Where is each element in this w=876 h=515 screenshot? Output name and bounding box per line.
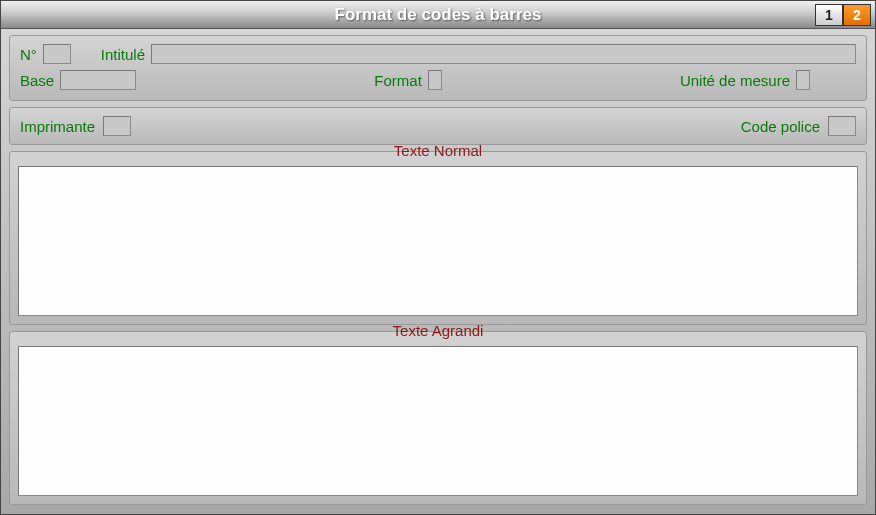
header-form-section: N° Intitulé Base Format Unité de mesure	[9, 35, 867, 101]
intitule-label: Intitulé	[101, 46, 145, 63]
texte-agrandi-legend: Texte Agrandi	[383, 322, 494, 339]
tab-switcher: 1 2	[815, 4, 871, 26]
imprimante-label: Imprimante	[20, 118, 95, 135]
codepolice-input[interactable]	[828, 116, 856, 136]
base-input[interactable]	[60, 70, 136, 90]
imprimante-input[interactable]	[103, 116, 131, 136]
format-input[interactable]	[428, 70, 442, 90]
texte-agrandi-textarea[interactable]	[18, 346, 858, 496]
titlebar: Format de codes à barres 1 2	[1, 1, 875, 29]
unite-label: Unité de mesure	[680, 72, 790, 89]
window-title: Format de codes à barres	[335, 5, 542, 25]
texte-normal-textarea[interactable]	[18, 166, 858, 316]
texte-normal-legend: Texte Normal	[384, 142, 492, 159]
base-label: Base	[20, 72, 54, 89]
texte-agrandi-fieldset: Texte Agrandi	[9, 331, 867, 505]
num-input[interactable]	[43, 44, 71, 64]
unite-input[interactable]	[796, 70, 810, 90]
content-area: N° Intitulé Base Format Unité de mesure	[1, 29, 875, 515]
texte-normal-fieldset: Texte Normal	[9, 151, 867, 325]
tab-2[interactable]: 2	[843, 4, 871, 26]
tab-1[interactable]: 1	[815, 4, 843, 26]
format-label: Format	[374, 72, 422, 89]
num-label: N°	[20, 46, 37, 63]
barcode-format-window: Format de codes à barres 1 2 N° Intitulé…	[0, 0, 876, 515]
codepolice-label: Code police	[741, 118, 820, 135]
printer-section: Imprimante Code police	[9, 107, 867, 145]
intitule-input[interactable]	[151, 44, 856, 64]
